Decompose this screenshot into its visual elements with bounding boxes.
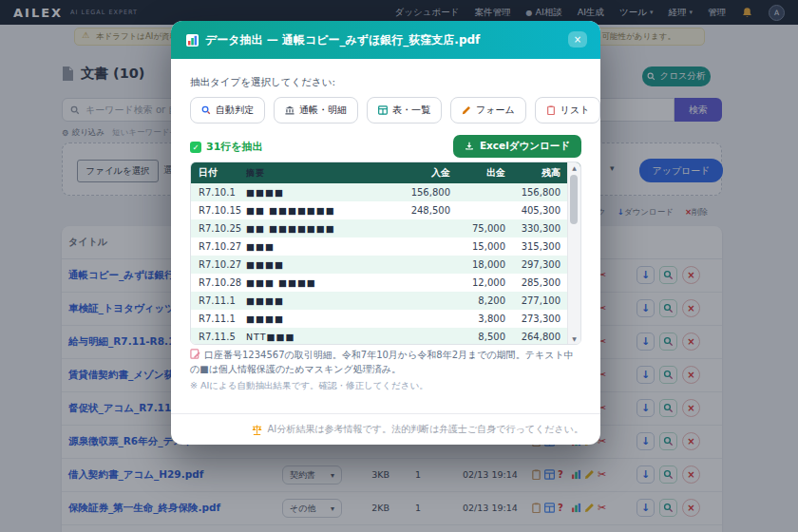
table-grid-icon (378, 105, 388, 115)
modal-header: データ抽出 — 通帳コピー_みずほ銀行_荻窪支店.pdf × (171, 21, 600, 59)
search-icon (201, 105, 211, 115)
extraction-row: R7.10.25■■ ■■■■■■■75,000330,300 (191, 219, 580, 238)
modal-title: データ抽出 — 通帳コピー_みずほ銀行_荻窪支店.pdf (205, 32, 480, 48)
extraction-table: 日付 摘要 入金 出金 残高 R7.10.1■■■■156,800156,800… (190, 162, 581, 345)
scrollbar-thumb[interactable] (570, 175, 578, 224)
type-auto-button[interactable]: 自動判定 (190, 97, 265, 124)
auto-extraction-disclaimer: ※ AIによる自動抽出結果です。確認・修正してください。 (190, 380, 428, 392)
scroll-up-icon[interactable]: ▲ (568, 164, 580, 171)
type-passbook-button[interactable]: 通帳・明細 (274, 97, 358, 124)
extraction-row: R7.11.5NTT■■■8,500264,800 (191, 328, 580, 345)
extraction-note: 口座番号1234567の取引明細。令和7年10月から令和8年2月までの期間。テキ… (190, 348, 581, 376)
scales-icon (252, 425, 262, 435)
extraction-row: R7.10.27■■■15,000315,300 (191, 238, 580, 256)
rows-extracted-status: ✓ 31行を抽出 (190, 140, 263, 154)
extraction-row: R7.10.27■■■■18,000297,300 (191, 256, 580, 274)
extraction-row: R7.10.28■■■ ■■■■12,000285,300 (191, 274, 580, 292)
memo-icon (190, 349, 200, 359)
download-icon (465, 142, 474, 151)
extraction-prompt: 抽出タイプを選択してください: (190, 76, 335, 89)
bar-chart-icon (186, 34, 199, 47)
extraction-row: R7.10.15■■ ■■■■■■■248,500405,300 (191, 201, 580, 219)
table-scrollbar[interactable]: ▲ ▼ (567, 162, 580, 344)
extraction-row: R7.10.1■■■■156,800156,800 (191, 183, 580, 201)
extraction-row: R7.11.1■■■■3,800273,300 (191, 310, 580, 328)
type-form-button[interactable]: フォーム (450, 97, 526, 124)
data-extraction-modal: データ抽出 — 通帳コピー_みずほ銀行_荻窪支店.pdf × 抽出タイプを選択し… (171, 21, 600, 445)
extraction-type-row: 自動判定 通帳・明細 表・一覧 フォーム リスト (190, 97, 600, 124)
extraction-table-header: 日付 摘要 入金 出金 残高 (191, 162, 580, 183)
bank-icon (285, 105, 294, 115)
pencil-icon (462, 105, 471, 115)
result-row: ✓ 31行を抽出 Excelダウンロード (190, 135, 581, 158)
modal-footer: AI分析結果は参考情報です。法的判断は弁護士ご自身で行ってください。 (171, 413, 600, 445)
check-icon: ✓ (190, 142, 201, 153)
clipboard-icon (546, 105, 556, 115)
app-screen: AILEX AI LEGAL EXPERT ダッシュボード 案件管理 ●AI相談… (0, 0, 798, 532)
close-button[interactable]: × (568, 31, 587, 48)
scroll-down-icon[interactable]: ▼ (568, 335, 580, 342)
excel-download-button[interactable]: Excelダウンロード (453, 135, 581, 158)
extraction-row: R7.11.1■■■■8,200277,100 (191, 292, 580, 310)
type-table-button[interactable]: 表・一覧 (367, 97, 442, 124)
type-list-button[interactable]: リスト (535, 97, 601, 124)
